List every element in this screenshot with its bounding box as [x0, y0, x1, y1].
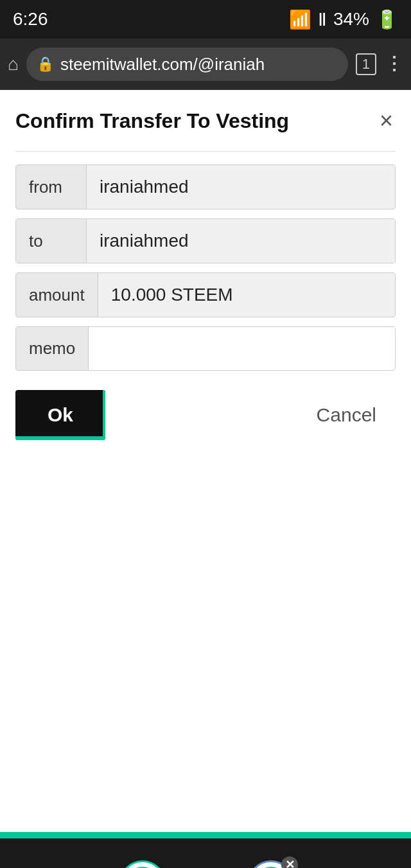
lock-icon: 🔒 — [37, 56, 54, 73]
app-tab-icon[interactable] — [119, 860, 166, 868]
battery-display: 34% — [333, 9, 369, 30]
menu-dots-button[interactable]: ︙ — [384, 53, 403, 76]
close-tab-badge[interactable]: ✕ — [281, 856, 298, 868]
from-row: from iraniahmed — [15, 164, 396, 209]
status-bar: 6:26 📶 Ⅱ 34% 🔋 — [0, 0, 411, 39]
to-row: to iraniahmed — [15, 218, 396, 263]
browser-bar: ⌂ 🔒 steemitwallet.com/@iraniah 1 ︙ — [0, 39, 411, 90]
confirm-dialog: Confirm Transfer To Vesting × from irani… — [0, 90, 411, 459]
header-divider — [15, 151, 396, 152]
button-row: Ok Cancel — [15, 390, 396, 440]
to-label: to — [16, 219, 87, 263]
to-value: iraniahmed — [87, 219, 395, 263]
time-display: 6:26 — [13, 9, 48, 30]
dialog-header: Confirm Transfer To Vesting × — [15, 109, 396, 133]
teal-accent-bottom-bar — [0, 832, 411, 838]
battery-icon: 🔋 — [376, 9, 398, 30]
url-bar[interactable]: 🔒 steemitwallet.com/@iraniah — [26, 48, 348, 81]
status-icons: 📶 Ⅱ 34% 🔋 — [289, 9, 398, 30]
amount-row: amount 10.000 STEEM — [15, 272, 396, 317]
teal-accent-bar — [103, 390, 105, 440]
from-label: from — [16, 165, 87, 209]
amount-label: amount — [16, 273, 98, 317]
memo-row: memo — [15, 326, 396, 371]
close-button[interactable]: × — [377, 109, 396, 132]
active-tab-wrapper[interactable]: ✕ — [248, 860, 294, 868]
url-text: steemitwallet.com/@iraniah — [60, 55, 265, 75]
amount-value: 10.000 STEEM — [98, 273, 395, 317]
memo-value[interactable] — [89, 327, 395, 370]
page-content: Confirm Transfer To Vesting × from irani… — [0, 90, 411, 838]
from-value: iraniahmed — [87, 165, 395, 209]
tab-count-button[interactable]: 1 — [356, 53, 376, 75]
memo-label: memo — [16, 327, 89, 370]
browser-bottom-nav: ⌃ ✕ + — [0, 838, 411, 868]
ok-button[interactable]: Ok — [15, 390, 105, 440]
empty-content-area — [0, 459, 411, 832]
dialog-title: Confirm Transfer To Vesting — [15, 109, 289, 133]
cancel-button[interactable]: Cancel — [297, 390, 396, 440]
home-button[interactable]: ⌂ — [8, 54, 19, 75]
signal-icon: Ⅱ — [318, 9, 327, 30]
wifi-icon: 📶 — [289, 9, 311, 30]
